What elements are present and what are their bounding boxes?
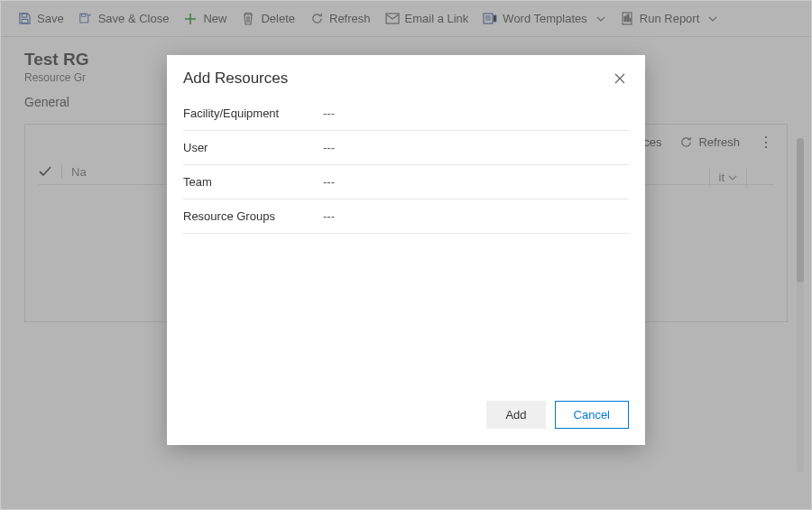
lookup-user[interactable]: --- (323, 141, 629, 154)
field-team: Team --- (183, 165, 629, 199)
field-resource-groups: Resource Groups --- (183, 199, 629, 234)
add-resources-dialog: Add Resources Facility/Equipment --- Use… (167, 55, 645, 445)
dialog-footer: Add Cancel (167, 388, 645, 445)
dialog-title: Add Resources (183, 70, 288, 88)
cancel-button[interactable]: Cancel (555, 401, 629, 429)
field-label: User (183, 141, 323, 154)
field-label: Resource Groups (183, 209, 323, 223)
lookup-resource-groups[interactable]: --- (323, 209, 629, 223)
dialog-fields: Facility/Equipment --- User --- Team ---… (167, 97, 645, 234)
add-button[interactable]: Add (486, 401, 545, 429)
field-label: Facility/Equipment (183, 107, 323, 120)
close-button[interactable] (611, 70, 629, 88)
close-icon (614, 72, 626, 85)
dialog-header: Add Resources (167, 55, 645, 97)
field-label: Team (183, 175, 323, 189)
field-user: User --- (183, 131, 629, 165)
lookup-facility-equipment[interactable]: --- (323, 107, 629, 120)
lookup-team[interactable]: --- (323, 175, 629, 189)
modal-overlay: Add Resources Facility/Equipment --- Use… (1, 1, 811, 509)
field-facility-equipment: Facility/Equipment --- (183, 97, 629, 131)
